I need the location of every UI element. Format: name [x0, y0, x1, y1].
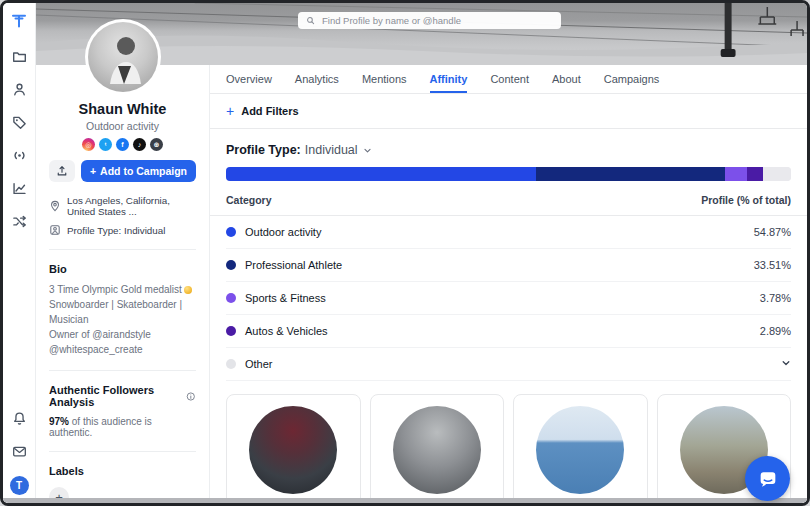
bar-segment-professional-athlete[interactable] — [536, 167, 725, 181]
tab-content[interactable]: Content — [490, 65, 529, 93]
category-label: Professional Athlete — [245, 259, 342, 271]
shuffle-icon[interactable] — [11, 213, 27, 229]
main-content: Overview Analytics Mentions Affinity Con… — [210, 65, 807, 503]
analytics-chart-icon[interactable] — [11, 180, 27, 196]
column-category: Category — [226, 194, 272, 206]
chat-widget-button[interactable] — [745, 456, 790, 501]
profile-type-row: Profile Type: Individual — [49, 224, 196, 236]
profile-name: Shaun White — [49, 101, 196, 117]
category-dot — [226, 293, 236, 303]
website-globe-icon[interactable]: ⊕ — [150, 138, 163, 151]
location-row: Los Angeles, California, United States .… — [49, 195, 196, 217]
tab-affinity[interactable]: Affinity — [430, 65, 468, 93]
export-button[interactable] — [49, 160, 75, 182]
tab-campaigns[interactable]: Campaigns — [604, 65, 660, 93]
tab-analytics[interactable]: Analytics — [295, 65, 339, 93]
chat-bubble-icon — [757, 468, 779, 490]
category-value: 33.51% — [754, 259, 791, 271]
plus-icon: + — [90, 165, 96, 177]
location-pin-icon — [49, 200, 61, 212]
table-row[interactable]: Sports & Fitness 3.78% — [226, 282, 791, 315]
bar-segment-other[interactable] — [763, 167, 791, 181]
location-text: Los Angeles, California, United States .… — [67, 195, 196, 217]
category-label: Autos & Vehicles — [245, 325, 328, 337]
column-profile-percent: Profile (% of total) — [701, 194, 791, 206]
labels-title: Labels — [49, 465, 196, 477]
person-photo-placeholder — [88, 22, 158, 92]
person-badge-icon — [49, 224, 61, 236]
profile-card-scotty-lago[interactable]: Scotty Lago Outdoor activity — [513, 394, 648, 503]
add-filters-button[interactable]: + Add Filters — [210, 94, 807, 129]
category-dot — [226, 260, 236, 270]
bar-segment-sports-fitness[interactable] — [725, 167, 746, 181]
search-bar — [298, 12, 561, 29]
tab-overview[interactable]: Overview — [226, 65, 272, 93]
profile-card-danny-davis[interactable]: Danny Davis Outdoor activity — [226, 394, 361, 503]
category-value: 2.89% — [760, 325, 791, 337]
bar-segment-outdoor-activity[interactable] — [226, 167, 536, 181]
upload-icon — [56, 165, 68, 177]
notifications-bell-icon[interactable] — [11, 410, 27, 426]
profile-type-text: Profile Type: Individual — [67, 225, 165, 236]
window-bottom-edge — [3, 498, 807, 503]
profile-avatar[interactable] — [85, 19, 161, 95]
bio-text: 3 Time Olympic Gold medalist Snowboarder… — [49, 282, 196, 357]
twitter-icon[interactable]: ᵗ — [99, 138, 112, 151]
facebook-icon[interactable]: f — [116, 138, 129, 151]
search-input[interactable] — [320, 14, 553, 27]
social-links: ◎ ᵗ f ♪ ⊕ — [49, 138, 196, 151]
category-label: Outdoor activity — [245, 226, 321, 238]
authentic-followers-title: Authentic Followers Analysis — [49, 384, 182, 408]
divider — [49, 249, 196, 250]
tiktok-icon[interactable]: ♪ — [133, 138, 146, 151]
profiles-icon[interactable] — [11, 81, 27, 97]
profile-type-dropdown[interactable]: Profile Type: Individual — [210, 129, 807, 165]
table-row-other[interactable]: Other — [226, 348, 791, 381]
profile-photo — [536, 406, 624, 494]
chevron-down-icon — [363, 146, 372, 155]
search-icon — [306, 16, 315, 25]
profile-category: Outdoor activity — [49, 120, 196, 132]
add-label-button[interactable]: + — [49, 487, 69, 506]
category-value: 3.78% — [760, 292, 791, 304]
category-dot — [226, 359, 236, 369]
profile-photo — [393, 406, 481, 494]
bio-title: Bio — [49, 263, 196, 275]
profile-photo — [249, 406, 337, 494]
table-row[interactable]: Professional Athlete 33.51% — [226, 249, 791, 282]
instagram-icon[interactable]: ◎ — [82, 138, 95, 151]
category-label: Sports & Fitness — [245, 292, 326, 304]
gold-medal-icon — [184, 286, 192, 294]
signal-icon[interactable] — [11, 147, 27, 163]
table-row[interactable]: Outdoor activity 54.87% — [226, 216, 791, 249]
table-row[interactable]: Autos & Vehicles 2.89% — [226, 315, 791, 348]
category-dot — [226, 326, 236, 336]
category-label: Other — [245, 358, 273, 370]
profile-actions: + Add to Campaign — [49, 160, 196, 182]
related-profiles: Danny Davis Outdoor activity Travis Rice… — [226, 394, 791, 503]
folder-icon[interactable] — [11, 48, 27, 64]
tab-bar: Overview Analytics Mentions Affinity Con… — [210, 65, 807, 94]
divider — [49, 451, 196, 452]
profile-card-travis-rice[interactable]: Travis Rice Outdoor activity — [370, 394, 505, 503]
mail-icon[interactable] — [11, 443, 27, 459]
bar-segment-autos-vehicles[interactable] — [747, 167, 763, 181]
affinity-stacked-bar — [226, 167, 791, 181]
user-avatar[interactable]: T — [10, 476, 29, 495]
divider — [49, 370, 196, 371]
info-icon[interactable] — [186, 391, 196, 402]
app-window: T Shaun White Outdoor activity ◎ ᵗ f ♪ ⊕ — [0, 0, 810, 506]
app-logo-icon[interactable] — [11, 12, 27, 28]
authentic-followers-text: 97% of this audience is authentic. — [49, 416, 196, 438]
tab-about[interactable]: About — [552, 65, 581, 93]
add-to-campaign-button[interactable]: + Add to Campaign — [81, 160, 196, 182]
tab-mentions[interactable]: Mentions — [362, 65, 407, 93]
tag-icon[interactable] — [11, 114, 27, 130]
category-dot — [226, 227, 236, 237]
category-value: 54.87% — [754, 226, 791, 238]
profile-panel: Shaun White Outdoor activity ◎ ᵗ f ♪ ⊕ +… — [36, 65, 210, 503]
expand-chevron-down-icon[interactable] — [781, 358, 791, 370]
left-icon-rail: T — [3, 3, 36, 503]
category-table-header: Category Profile (% of total) — [210, 181, 807, 216]
plus-icon: + — [226, 103, 234, 119]
